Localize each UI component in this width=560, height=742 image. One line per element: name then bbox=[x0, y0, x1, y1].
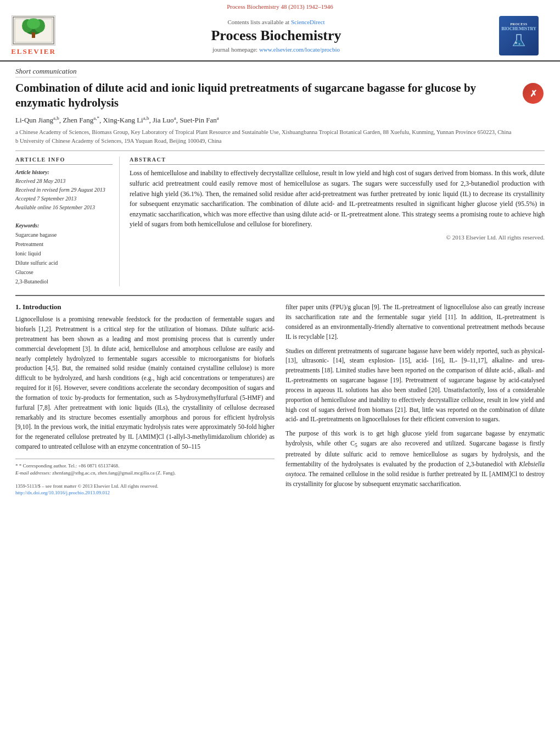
intro-heading: 1. Introduction bbox=[15, 303, 275, 311]
email-1[interactable]: zhenfang@xtbg.ac.cn bbox=[52, 470, 95, 476]
affiliations: a Chinese Academy of Sciences, Biomass G… bbox=[15, 128, 545, 146]
intro-para-right-3: The purpose of this work is to get high … bbox=[285, 429, 545, 489]
article-title-area: Combination of dilute acid and ionic liq… bbox=[15, 81, 545, 111]
svg-point-9 bbox=[519, 43, 520, 45]
journal-header: ELSEVIER Contents lists available at Sci… bbox=[0, 11, 560, 62]
intro-para-right-1: filter paper units (FPU)/g glucan [9]. T… bbox=[285, 303, 545, 342]
intro-para-1: Lignocellulose is a promising renewable … bbox=[15, 315, 275, 451]
email-label: E-mail addresses: bbox=[15, 470, 51, 476]
doi-line: http://dx.doi.org/10.1016/j.procbio.2013… bbox=[15, 490, 275, 495]
journal-logo-right: PROCESS BIOCHEMISTRY bbox=[494, 16, 544, 55]
info-abstract-section: ARTICLE INFO Article history: Received 2… bbox=[15, 150, 545, 286]
footnote-corresponding: * * Corresponding author. Tel.: +86 0871… bbox=[15, 462, 275, 470]
email-suffix: (Z. Fang). bbox=[156, 470, 176, 476]
keywords-label: Keywords: bbox=[15, 222, 39, 228]
homepage-link[interactable]: www.elsevier.com/locate/procbio bbox=[259, 46, 340, 53]
accepted-date: Accepted 7 September 2013 bbox=[15, 196, 76, 202]
elsevier-label: ELSEVIER bbox=[11, 47, 56, 56]
authors-line: Li-Qun Jianga,b, Zhen Fanga,*, Xing-Kang… bbox=[15, 115, 545, 125]
abstract-col: ABSTRACT Loss of hemicellulose and inabi… bbox=[130, 157, 545, 286]
article-history: Article history: Received 28 May 2013 Re… bbox=[15, 168, 113, 212]
received-revised-date: Received in revised form 29 August 2013 bbox=[15, 187, 105, 193]
crossmark-icon: ✗ bbox=[523, 83, 544, 104]
svg-rect-5 bbox=[32, 32, 35, 38]
sciencedirect-link: Contents lists available at ScienceDirec… bbox=[58, 19, 494, 25]
crossmark-badge: ✗ bbox=[523, 83, 545, 105]
top-bar: Process Biochemistry 48 (2013) 1942–1946 bbox=[0, 0, 560, 11]
article-info-label: ARTICLE INFO bbox=[15, 157, 113, 165]
page: Process Biochemistry 48 (2013) 1942–1946 bbox=[0, 0, 560, 506]
journal-title: Process Biochemistry bbox=[58, 27, 494, 44]
body-col-right: filter paper units (FPU)/g glucan [9]. T… bbox=[285, 303, 545, 495]
abstract-text: Loss of hemicellulose and inability to e… bbox=[130, 168, 545, 230]
svg-point-4 bbox=[27, 18, 40, 29]
sciencedirect-anchor[interactable]: ScienceDirect bbox=[291, 19, 325, 25]
article-type: Short communication bbox=[15, 67, 77, 77]
journal-reference: Process Biochemistry 48 (2013) 1942–1946 bbox=[227, 3, 333, 10]
intro-para-right-2: Studies on different pretreatments of su… bbox=[285, 347, 545, 425]
affiliation-b: b University of Chinese Academy of Scien… bbox=[15, 137, 545, 146]
authors-text: Li-Qun Jianga,b, Zhen Fanga,*, Xing-Kang… bbox=[15, 116, 219, 124]
footnote-star: * bbox=[15, 463, 19, 468]
footer-area: * * Corresponding author. Tel.: +86 0871… bbox=[15, 459, 275, 496]
email-2[interactable]: zhen.fang@gmail.mcgilla.ca bbox=[98, 470, 155, 476]
svg-point-8 bbox=[515, 42, 517, 44]
keyword-2: Pretreatment bbox=[15, 239, 113, 249]
keywords-block: Keywords: Sugarcane bagasse Pretreatment… bbox=[15, 221, 113, 286]
keyword-6: 2,3-Butanediol bbox=[15, 277, 113, 286]
keyword-4: Dilute sulfuric acid bbox=[15, 258, 113, 267]
main-body: 1. Introduction Lignocellulose is a prom… bbox=[15, 295, 545, 495]
body-two-col: 1. Introduction Lignocellulose is a prom… bbox=[15, 303, 545, 495]
abstract-label: ABSTRACT bbox=[130, 157, 545, 165]
body-col-left: 1. Introduction Lignocellulose is a prom… bbox=[15, 303, 275, 495]
doi-link[interactable]: http://dx.doi.org/10.1016/j.procbio.2013… bbox=[15, 490, 110, 495]
journal-homepage: journal homepage: www.elsevier.com/locat… bbox=[58, 46, 494, 53]
received-date: Received 28 May 2013 bbox=[15, 178, 65, 184]
journal-logo-box: PROCESS BIOCHEMISTRY bbox=[499, 16, 539, 55]
available-date: Available online 16 September 2013 bbox=[15, 204, 95, 210]
footnote-email: E-mail addresses: zhenfang@xtbg.ac.cn, z… bbox=[15, 470, 275, 477]
keyword-5: Glucose bbox=[15, 267, 113, 277]
keyword-3: Ionic liquid bbox=[15, 249, 113, 258]
abstract-copyright: © 2013 Elsevier Ltd. All rights reserved… bbox=[130, 234, 545, 241]
article-title: Combination of dilute acid and ionic liq… bbox=[15, 81, 516, 111]
article-info-col: ARTICLE INFO Article history: Received 2… bbox=[15, 157, 120, 286]
elsevier-logo: ELSEVIER bbox=[9, 15, 58, 56]
keyword-1: Sugarcane bagasse bbox=[15, 230, 113, 239]
footnote-corresponding-text: * Corresponding author. Tel.: +86 0871 6… bbox=[19, 463, 120, 468]
elsevier-logo-image bbox=[12, 15, 55, 46]
affiliation-a: a Chinese Academy of Sciences, Biomass G… bbox=[15, 128, 545, 137]
history-label: Article history: bbox=[15, 169, 49, 175]
content-area: Short communication Combination of dilut… bbox=[0, 62, 560, 506]
journal-center: Contents lists available at ScienceDirec… bbox=[58, 19, 494, 53]
issn-line: 1359-5113/$ – see front matter © 2013 El… bbox=[15, 483, 275, 490]
